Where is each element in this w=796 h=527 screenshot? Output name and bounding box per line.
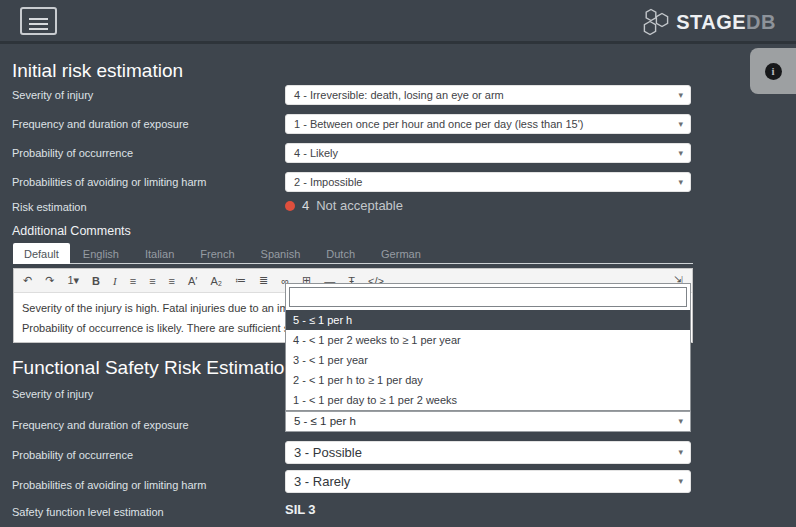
info-flap-button[interactable]: i bbox=[750, 48, 796, 94]
subscript-icon[interactable]: A₂ bbox=[210, 275, 222, 287]
risk-text: Not acceptable bbox=[316, 198, 403, 213]
chevron-down-icon: ▾ bbox=[678, 144, 683, 162]
probability-label: Probability of occurrence bbox=[12, 147, 133, 159]
tab-italian[interactable]: Italian bbox=[132, 243, 187, 263]
select-value: 2 - Impossible bbox=[294, 173, 362, 191]
ordered-list-icon[interactable]: ≣ bbox=[259, 274, 268, 287]
tab-default[interactable]: Default bbox=[13, 243, 70, 264]
matrix-avoiding-label: Probabilities of avoiding or limiting ha… bbox=[12, 479, 206, 491]
matrix-probability-select[interactable]: 3 - Possible ▾ bbox=[285, 441, 691, 464]
dropdown-search-input[interactable] bbox=[289, 287, 687, 307]
bullet-list-icon[interactable]: ≔ bbox=[235, 274, 246, 287]
chevron-down-icon: ▾ bbox=[678, 471, 683, 492]
severity-label: Severity of injury bbox=[12, 89, 93, 101]
dropdown-option-highlighted[interactable]: 5 - ≤ 1 per h bbox=[286, 310, 690, 330]
tab-spanish[interactable]: Spanish bbox=[248, 243, 314, 263]
dropdown-option[interactable]: 2 - < 1 per h to ≥ 1 per day bbox=[286, 370, 690, 390]
dropdown-option[interactable]: 1 - < 1 per day to ≥ 1 per 2 weeks bbox=[286, 390, 690, 410]
sil-prefix: SIL bbox=[285, 502, 305, 517]
matrix-frequency-label: Frequency and duration of exposure bbox=[12, 419, 189, 431]
select-value: 4 - Likely bbox=[294, 144, 338, 162]
text-style-icon[interactable]: 1▾ bbox=[67, 274, 79, 287]
tab-french[interactable]: French bbox=[187, 243, 247, 263]
stagedb-logo: STAGEDB bbox=[638, 7, 776, 37]
hamburger-icon bbox=[22, 18, 55, 30]
undo-icon[interactable]: ↶ bbox=[23, 274, 32, 287]
chevron-down-icon: ▾ bbox=[678, 115, 683, 133]
select-value: 5 - ≤ 1 per h bbox=[294, 412, 356, 431]
logo-text-db: DB bbox=[746, 11, 776, 34]
avoiding-select[interactable]: 2 - Impossible ▾ bbox=[285, 172, 691, 192]
align-left-icon[interactable]: ≡ bbox=[130, 275, 136, 287]
sil-value: 3 bbox=[308, 502, 315, 517]
chevron-down-icon: ▾ bbox=[678, 412, 683, 431]
select-value: 4 - Irreversible: death, losing an eye o… bbox=[294, 86, 504, 104]
bold-icon[interactable]: B bbox=[92, 275, 100, 287]
matrix-avoiding-select[interactable]: 3 - Rarely ▾ bbox=[285, 470, 691, 493]
risk-number: 4 bbox=[302, 198, 309, 213]
matrix-frequency-select[interactable]: 5 - ≤ 1 per h ▾ bbox=[285, 411, 691, 432]
additional-comments-label: Additional Comments bbox=[12, 224, 131, 238]
tab-german[interactable]: German bbox=[368, 243, 434, 263]
risk-estimation-value: 4 Not acceptable bbox=[285, 198, 403, 213]
probability-select[interactable]: 4 - Likely ▾ bbox=[285, 143, 691, 163]
superscript-icon[interactable]: A′ bbox=[188, 275, 197, 287]
chevron-down-icon: ▾ bbox=[678, 442, 683, 463]
align-right-icon[interactable]: ≡ bbox=[169, 275, 175, 287]
language-tabs: Default English Italian French Spanish D… bbox=[13, 243, 693, 264]
risk-estimation-label: Risk estimation bbox=[12, 201, 87, 213]
logo-text-stage: STAGE bbox=[676, 11, 746, 34]
severity-select[interactable]: 4 - Irreversible: death, losing an eye o… bbox=[285, 85, 691, 105]
select-value: 3 - Rarely bbox=[294, 471, 350, 492]
logo-hexagons-icon bbox=[638, 7, 674, 37]
redo-icon[interactable]: ↷ bbox=[45, 274, 54, 287]
frequency-dropdown-panel: 5 - ≤ 1 per h 4 - < 1 per 2 weeks to ≥ 1… bbox=[285, 283, 691, 411]
avoiding-label: Probabilities of avoiding or limiting ha… bbox=[12, 176, 206, 188]
frequency-select[interactable]: 1 - Between once per hour and once per d… bbox=[285, 114, 691, 134]
dropdown-search bbox=[286, 284, 690, 310]
initial-section-title: Initial risk estimation bbox=[12, 60, 183, 82]
info-icon: i bbox=[765, 63, 782, 80]
chevron-down-icon: ▾ bbox=[678, 86, 683, 104]
matrix-severity-label: Severity of injury bbox=[12, 388, 93, 400]
dropdown-option[interactable]: 3 - < 1 per year bbox=[286, 350, 690, 370]
sil-label: Safety function level estimation bbox=[12, 506, 164, 518]
frequency-label: Frequency and duration of exposure bbox=[12, 118, 189, 130]
chevron-down-icon: ▾ bbox=[678, 173, 683, 191]
tab-dutch[interactable]: Dutch bbox=[313, 243, 368, 263]
tab-english[interactable]: English bbox=[70, 243, 132, 263]
italic-icon[interactable]: I bbox=[113, 275, 117, 287]
menu-button[interactable] bbox=[20, 7, 57, 35]
select-value: 3 - Possible bbox=[294, 442, 362, 463]
dropdown-option[interactable]: 4 - < 1 per 2 weeks to ≥ 1 per year bbox=[286, 330, 690, 350]
risk-dot-icon bbox=[285, 201, 295, 211]
align-center-icon[interactable]: ≡ bbox=[149, 275, 155, 287]
sil-estimation: SIL 3 bbox=[285, 502, 315, 517]
select-value: 1 - Between once per hour and once per d… bbox=[294, 115, 584, 133]
matrix-probability-label: Probability of occurrence bbox=[12, 449, 133, 461]
topbar: STAGEDB bbox=[0, 0, 796, 44]
